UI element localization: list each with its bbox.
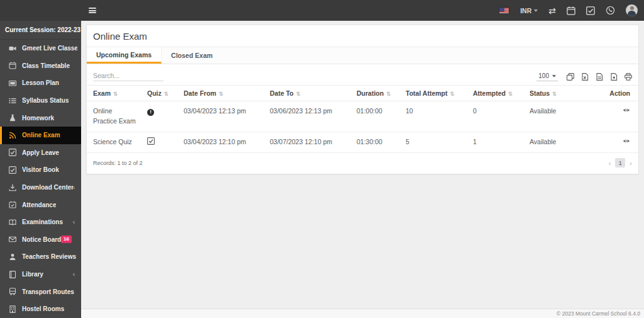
page-title: Online Exam (87, 25, 638, 47)
flask-icon (8, 114, 17, 122)
sort-icon: ⇅ (296, 91, 301, 97)
sidebar-item-label: Class Timetable (22, 62, 70, 69)
sidebar-item-examinations[interactable]: Examinations‹ (0, 213, 81, 231)
sidebar-item-label: Attendance (22, 202, 56, 208)
sidebar-item-label: Homework (22, 115, 54, 122)
sidebar-item-label: Visitor Book (22, 166, 59, 173)
sidebar-item-homework[interactable]: Homework (0, 109, 81, 127)
chevron-left-icon: ‹ (73, 219, 77, 225)
footer-copyright: © 2023 Mount Carmel School 6.4.0 (81, 309, 644, 318)
notice-count-badge: 16 (61, 236, 72, 243)
search-input[interactable] (93, 71, 164, 81)
sort-icon: ⇅ (508, 91, 513, 97)
duration-cell: 01:00:00 (352, 101, 401, 132)
user-avatar[interactable] (626, 4, 638, 16)
date-to-cell: 03/06/2023 12:13 pm (265, 101, 352, 132)
excel-icon (581, 73, 589, 81)
video-camera-icon (8, 45, 17, 52)
copy-button[interactable] (567, 73, 574, 81)
table-header-row: Exam⇅Quiz⇅Date From⇅Date To⇅Duration⇅Tot… (87, 86, 638, 101)
next-page-button[interactable]: › (630, 159, 632, 167)
total-attempt-cell: 5 (401, 132, 468, 153)
tab-upcoming-exams[interactable]: Upcoming Exams (87, 47, 162, 64)
sidebar-item-apply-leave[interactable]: Apply Leave (0, 144, 81, 162)
calendar-check-icon (8, 201, 17, 208)
sort-icon: ⇅ (219, 91, 223, 97)
status-cell: Available (525, 101, 600, 132)
sidebar-item-label: Syllabus Status (22, 97, 69, 104)
excel-button[interactable] (581, 73, 589, 81)
sort-icon: ⇅ (450, 91, 455, 97)
navbar-right-cluster: INR ⇄ (499, 4, 644, 16)
csv-icon (596, 73, 603, 81)
eye-icon[interactable] (623, 137, 630, 145)
sidebar-item-transport-routes[interactable]: Transport Routes (0, 283, 81, 300)
sidebar-item-label: Examinations (22, 219, 63, 225)
sort-icon: ⇅ (552, 91, 557, 97)
top-navbar: INR ⇄ (0, 0, 644, 21)
user-icon (8, 253, 17, 261)
table-footer: Records: 1 to 2 of 2 ‹ 1 › (87, 153, 638, 174)
sidebar-item-visitor-book[interactable]: Visitor Book (0, 161, 81, 179)
calendar-icon[interactable] (567, 6, 575, 15)
sort-icon: ⇅ (113, 91, 118, 97)
sidebar-item-class-timetable[interactable]: Class Timetable (0, 57, 81, 75)
pdf-button[interactable] (610, 73, 618, 81)
chevron-down-icon (552, 75, 556, 77)
pagination: ‹ 1 › (609, 158, 632, 168)
sidebar-item-download-center[interactable]: Download Center‹ (0, 179, 81, 196)
print-button[interactable] (625, 73, 632, 81)
table-row: Online Practice Exam!03/04/2023 12:13 pm… (87, 101, 638, 132)
page-size-select[interactable]: 100 (536, 72, 558, 81)
menu-toggle-icon[interactable] (89, 8, 96, 13)
date-to-cell: 03/07/2023 12:10 pm (265, 132, 352, 153)
duration-cell: 01:30:00 (352, 132, 401, 153)
column-header-status[interactable]: Status⇅ (525, 86, 600, 101)
sidebar-item-label: Notice Board (22, 236, 61, 243)
column-header-total-attempt[interactable]: Total Attempt⇅ (401, 86, 468, 101)
eye-icon[interactable] (623, 106, 630, 114)
column-header-duration[interactable]: Duration⇅ (352, 86, 401, 101)
building-icon (8, 305, 17, 313)
sidebar-item-library[interactable]: Library‹ (0, 266, 81, 283)
date-from-cell: 03/04/2023 12:13 pm (179, 101, 265, 132)
bus-icon (8, 288, 17, 295)
sidebar-item-teachers-reviews[interactable]: Teachers Reviews (0, 248, 81, 266)
page-number-button[interactable]: 1 (615, 158, 625, 168)
sidebar-item-gmeet-live-classes[interactable]: Gmeet Live Classes (0, 40, 81, 57)
column-header-date-to[interactable]: Date To⇅ (265, 86, 352, 101)
check-square-icon (8, 149, 17, 156)
sidebar-item-notice-board[interactable]: Notice Board16 (0, 231, 81, 249)
language-flag-icon[interactable] (499, 7, 509, 14)
whatsapp-icon[interactable] (606, 6, 615, 15)
column-header-date-from[interactable]: Date From⇅ (179, 86, 265, 101)
sidebar-item-online-exam[interactable]: Online Exam (0, 127, 81, 144)
tasks-icon[interactable] (586, 6, 595, 15)
table-row: Science Quiz03/04/2023 12:10 pm03/07/202… (87, 132, 638, 153)
exchange-icon[interactable]: ⇄ (548, 6, 556, 15)
sidebar-item-hostel-rooms[interactable]: Hostel Rooms (0, 300, 81, 318)
main-content: Online Exam Upcoming ExamsClosed Exam 10… (81, 21, 644, 318)
online-exam-card: Online Exam Upcoming ExamsClosed Exam 10… (86, 25, 639, 174)
book-icon (8, 271, 17, 278)
envelope-icon (8, 236, 17, 243)
sidebar-item-label: Lesson Plan (22, 79, 59, 86)
prev-page-button[interactable]: ‹ (609, 159, 611, 167)
tab-closed-exam[interactable]: Closed Exam (162, 47, 222, 64)
exam-name: Science Quiz (87, 132, 142, 153)
sidebar-item-lesson-plan[interactable]: Lesson Plan (0, 74, 81, 92)
sidebar-item-attendance[interactable]: Attendance (0, 196, 81, 213)
csv-button[interactable] (596, 73, 603, 81)
table-toolbar: 100 (87, 64, 638, 85)
currency-dropdown[interactable]: INR (520, 7, 538, 14)
column-header-quiz[interactable]: Quiz⇅ (142, 86, 179, 101)
column-header-action: Action (600, 86, 638, 101)
column-header-exam[interactable]: Exam⇅ (87, 86, 142, 101)
sidebar-item-label: Online Exam (22, 132, 60, 139)
sidebar-item-syllabus-status[interactable]: Syllabus Status (0, 92, 81, 110)
export-buttons (567, 73, 632, 81)
exclamation-circle-icon: ! (147, 109, 154, 116)
status-cell: Available (525, 132, 600, 153)
column-header-attempted[interactable]: Attempted⇅ (468, 86, 525, 101)
page-size-value: 100 (538, 72, 549, 79)
